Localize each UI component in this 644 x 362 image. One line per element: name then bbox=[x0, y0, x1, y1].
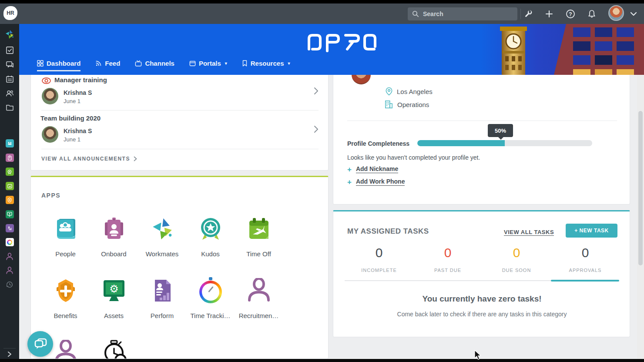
tab-label: Channels bbox=[145, 60, 174, 67]
users-icon bbox=[5, 89, 14, 97]
pinwheel-icon bbox=[4, 29, 15, 40]
add-nickname-link[interactable]: + Add Nickname bbox=[347, 165, 398, 173]
portals-browser-icon bbox=[189, 60, 196, 67]
main-nav: Dashboard Feed Channels Portals ▾ Resour… bbox=[37, 60, 290, 71]
add-work-phone-link[interactable]: + Add Work Phone bbox=[347, 178, 405, 186]
app-tile-timeoff[interactable]: Time Off bbox=[235, 214, 283, 259]
open-announcement-button[interactable] bbox=[314, 125, 319, 135]
stat-approvals[interactable]: 0 APPROVALS bbox=[551, 245, 620, 273]
announcement-title[interactable]: Manager training bbox=[54, 76, 107, 84]
open-announcement-button[interactable] bbox=[314, 87, 319, 97]
sidebar-app-assets[interactable] bbox=[0, 210, 19, 218]
app-label: Perform bbox=[151, 312, 174, 319]
sidebar-item-tasks[interactable] bbox=[0, 46, 19, 54]
svg-text:⚙: ⚙ bbox=[109, 283, 119, 295]
help-button[interactable]: ? bbox=[564, 8, 577, 20]
app-tile-timetracking[interactable]: Time Tracki… bbox=[186, 275, 235, 321]
sidebar-app-perform[interactable] bbox=[0, 224, 19, 232]
user-avatar[interactable] bbox=[608, 5, 624, 21]
people-app-icon bbox=[53, 214, 78, 241]
recruitment-app-icon bbox=[247, 275, 271, 303]
app-tile-people[interactable]: People bbox=[41, 214, 90, 259]
app-label: Assets bbox=[104, 312, 124, 319]
account-menu-button[interactable] bbox=[630, 10, 637, 18]
app-tile-assets[interactable]: ⚙ Assets bbox=[90, 275, 138, 321]
sidebar-item-files[interactable] bbox=[0, 104, 19, 111]
sidebar-app-directory[interactable] bbox=[0, 266, 19, 275]
building-icon bbox=[385, 100, 393, 109]
tab-resources[interactable]: Resources ▾ bbox=[242, 60, 290, 71]
app-label: Workmates bbox=[146, 250, 179, 258]
tab-dashboard[interactable]: Dashboard bbox=[37, 60, 80, 71]
sidebar-item-messages[interactable] bbox=[0, 60, 19, 69]
sidebar-app-onboard[interactable] bbox=[0, 154, 19, 162]
app-tile-kudos[interactable]: Kudos bbox=[186, 214, 235, 259]
admin-tools-button[interactable] bbox=[522, 8, 534, 20]
profile-message: Looks like you haven't completed your pr… bbox=[347, 154, 480, 161]
stopwatch-cap bbox=[209, 277, 212, 280]
app-window: HR ? bbox=[0, 0, 644, 362]
global-topbar: HR ? bbox=[0, 3, 644, 24]
app-tile-perform[interactable]: Perform bbox=[138, 275, 186, 321]
app-label: Kudos bbox=[201, 250, 220, 258]
chat-bubbles-icon bbox=[34, 338, 47, 350]
app-tile-onboard[interactable]: Onboard bbox=[90, 214, 138, 259]
notifications-button[interactable] bbox=[586, 8, 598, 20]
sidebar-app-recruitment[interactable] bbox=[0, 252, 19, 261]
app-tile-benefits[interactable]: Benefits bbox=[41, 275, 90, 321]
sidebar-workmates-logo[interactable] bbox=[0, 29, 19, 40]
sidebar-item-people[interactable] bbox=[0, 89, 19, 97]
active-tab-indicator bbox=[551, 280, 619, 282]
tab-label: Portals bbox=[199, 60, 221, 67]
profile-location: Los Angeles bbox=[397, 88, 433, 95]
sidebar-expand-button[interactable] bbox=[0, 351, 19, 359]
stat-past-due[interactable]: 0 PAST DUE bbox=[413, 245, 482, 273]
sidebar-app-people[interactable] bbox=[0, 139, 19, 147]
benefits-app-icon bbox=[53, 275, 78, 303]
app-tile-recruitment[interactable]: Recruitmen… bbox=[235, 275, 283, 321]
eye-icon bbox=[41, 77, 51, 86]
tab-portals[interactable]: Portals ▾ bbox=[189, 60, 227, 71]
apps-title: APPS bbox=[41, 192, 60, 199]
location-pin-icon bbox=[386, 87, 392, 96]
app-tile-extra-timer[interactable] bbox=[90, 337, 138, 359]
sidebar-item-calendar[interactable] bbox=[0, 75, 19, 83]
search-input[interactable] bbox=[423, 10, 506, 17]
page-scrollbar[interactable] bbox=[637, 75, 644, 359]
hr-cloud-logo[interactable]: HR bbox=[3, 6, 17, 20]
view-all-announcements-link[interactable]: VIEW ALL ANNOUNCEMENTS bbox=[41, 156, 137, 162]
workmates-app-icon bbox=[149, 214, 175, 241]
scrollbar-thumb[interactable] bbox=[638, 111, 643, 265]
stat-value: 0 bbox=[413, 245, 482, 260]
view-all-tasks-link[interactable]: VIEW ALL TASKS bbox=[504, 229, 554, 236]
tab-channels[interactable]: Channels bbox=[135, 60, 174, 71]
tab-feed[interactable]: Feed bbox=[95, 60, 120, 71]
announcements-card: Manager training Krishna S June 1 Team b… bbox=[30, 75, 329, 171]
sidebar-app-benefits[interactable] bbox=[0, 196, 19, 204]
announcement-title[interactable]: Team building 2020 bbox=[40, 114, 101, 122]
chat-widget-button[interactable] bbox=[27, 331, 53, 357]
tab-label: Dashboard bbox=[47, 60, 80, 67]
plus-icon: + bbox=[347, 178, 352, 186]
stat-value: 0 bbox=[345, 245, 413, 260]
timeoff-app-icon bbox=[246, 214, 272, 241]
app-tile-workmates[interactable]: Workmates bbox=[138, 214, 186, 259]
apps-grid: People Onboard Workmates Kudos bbox=[41, 214, 283, 359]
check-square-icon bbox=[6, 46, 14, 54]
apps-card: APPS People Onboard Workmates bbox=[30, 176, 329, 359]
stat-incomplete[interactable]: 0 INCOMPLETE bbox=[345, 245, 413, 273]
stat-due-soon[interactable]: 0 DUE SOON bbox=[482, 245, 551, 273]
sidebar-app-timeoff[interactable] bbox=[0, 182, 19, 190]
sidebar-app-timetracking[interactable] bbox=[0, 238, 19, 246]
hr-logo-text: HR bbox=[7, 10, 14, 16]
stat-label: INCOMPLETE bbox=[345, 268, 413, 273]
app-label: Time Off bbox=[246, 250, 271, 258]
app-label: Benefits bbox=[54, 312, 77, 319]
global-search[interactable] bbox=[408, 7, 517, 20]
sidebar-app-history[interactable] bbox=[0, 281, 19, 288]
create-new-button[interactable] bbox=[543, 8, 555, 20]
brand-logo bbox=[305, 32, 377, 54]
add-nickname-label: Add Nickname bbox=[356, 165, 398, 173]
new-task-button[interactable]: + NEW TASK bbox=[566, 224, 617, 238]
sidebar-app-kudos[interactable] bbox=[0, 168, 19, 176]
